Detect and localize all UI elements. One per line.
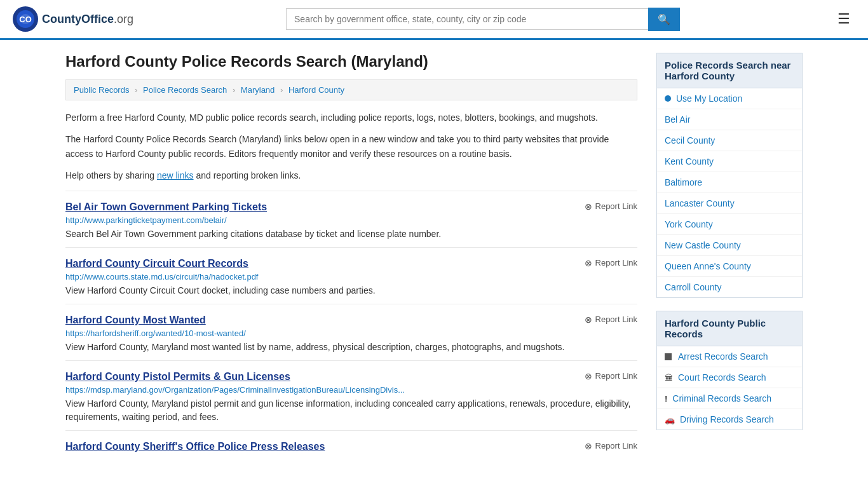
search-area: 🔍 [286,8,680,31]
logo-icon: CO [13,6,38,32]
results-list: Bel Air Town Government Parking Tickets … [65,191,637,459]
use-location-link[interactable]: Use My Location [676,93,742,104]
breadcrumb-maryland[interactable]: Maryland [241,85,275,95]
nearby-list: Use My Location Bel Air Cecil County Ken… [656,88,803,298]
svg-text:CO: CO [19,15,32,24]
sidebar-nearby-york[interactable]: York County [657,214,802,235]
result-desc-2: View Harford County Circuit Court docket… [65,284,637,297]
public-records-list: Arrest Records Search 🏛 Court Records Se… [656,346,803,430]
hamburger-icon: ☰ [837,11,850,27]
sidebar-nearby-bel-air[interactable]: Bel Air [657,109,802,130]
sidebar-nearby-lancaster[interactable]: Lancaster County [657,193,802,214]
sidebar-nearby-baltimore[interactable]: Baltimore [657,172,802,193]
result-item: Harford County Most Wanted ⊗ Report Link… [65,304,637,360]
result-item: Bel Air Town Government Parking Tickets … [65,191,637,247]
result-desc-3: View Harford County, Maryland most wante… [65,341,637,354]
sidebar-nearby-new-castle[interactable]: New Castle County [657,235,802,256]
search-button[interactable]: 🔍 [648,8,680,31]
report-icon-4: ⊗ [585,371,592,381]
menu-button[interactable]: ☰ [832,8,855,30]
desc-3-post: and reporting broken links. [194,170,301,180]
desc-3-pre: Help others by sharing [65,170,157,180]
result-title-3[interactable]: Harford County Most Wanted [65,315,206,326]
breadcrumb-public-records[interactable]: Public Records [74,85,129,95]
main-container: Harford County Police Records Search (Ma… [53,40,815,471]
breadcrumb: Public Records › Police Records Search ›… [65,79,637,100]
sidebar-nearby-queen-annes[interactable]: Queen Anne's County [657,256,802,277]
report-label-1: Report Link [595,201,637,211]
report-link-1[interactable]: ⊗ Report Link [585,201,637,212]
page-title: Harford County Police Records Search (Ma… [65,53,637,71]
report-label-4: Report Link [595,371,637,381]
report-icon-1: ⊗ [585,201,592,212]
desc-paragraph-2: The Harford County Police Records Search… [65,132,637,161]
new-links-link[interactable]: new links [157,170,194,180]
breadcrumb-sep1: › [135,85,137,95]
result-item: Harford County Pistol Permits & Gun Lice… [65,360,637,430]
exclamation-icon: ! [665,394,667,403]
desc-paragraph-1: Perform a free Harford County, MD public… [65,111,637,125]
breadcrumb-police-records[interactable]: Police Records Search [143,85,227,95]
report-link-2[interactable]: ⊗ Report Link [585,258,637,268]
result-desc-1: Search Bel Air Town Government parking c… [65,227,637,241]
search-input[interactable] [286,8,648,30]
result-title-2[interactable]: Harford County Circuit Court Records [65,258,248,269]
report-label-5: Report Link [595,441,637,451]
sidebar-driving-records[interactable]: 🚗 Driving Records Search [657,409,802,430]
result-item: Harford County Sheriff's Office Police P… [65,430,637,459]
breadcrumb-sep2: › [233,85,235,95]
building-icon: 🏛 [665,373,673,383]
result-desc-4: View Harford County, Maryland pistol per… [65,397,637,424]
result-url-2: http://www.courts.state.md.us/circuit/ha… [65,272,637,281]
report-label-3: Report Link [595,315,637,324]
sidebar-nearby-cecil[interactable]: Cecil County [657,130,802,151]
report-icon-5: ⊗ [585,441,592,451]
car-icon: 🚗 [665,415,675,424]
use-location-item[interactable]: Use My Location [657,88,802,109]
report-link-3[interactable]: ⊗ Report Link [585,315,637,325]
logo-text: CountyOffice.org [42,13,133,26]
search-icon: 🔍 [658,14,670,25]
report-icon-2: ⊗ [585,258,592,268]
report-link-4[interactable]: ⊗ Report Link [585,371,637,381]
result-title-4[interactable]: Harford County Pistol Permits & Gun Lice… [65,371,290,383]
logo-area: CO CountyOffice.org [13,6,133,32]
breadcrumb-sep3: › [280,85,283,95]
breadcrumb-harford[interactable]: Harford County [288,85,344,95]
sidebar-nearby-carroll[interactable]: Carroll County [657,277,802,297]
result-title-1[interactable]: Bel Air Town Government Parking Tickets [65,201,267,213]
sidebar: Police Records Search near Harford Count… [656,53,803,459]
result-url-3: https://harfordsheriff.org/wanted/10-mos… [65,329,637,338]
report-icon-3: ⊗ [585,315,592,325]
report-label-2: Report Link [595,258,637,268]
nearby-section: Police Records Search near Harford Count… [656,53,803,298]
result-url-4: https://mdsp.maryland.gov/Organization/P… [65,385,637,395]
public-records-title: Harford County Public Records [656,311,803,346]
sidebar-nearby-kent[interactable]: Kent County [657,151,802,172]
report-link-5[interactable]: ⊗ Report Link [585,441,637,451]
result-url-1: http://www.parkingticketpayment.com/bela… [65,215,637,225]
sidebar-criminal-records[interactable]: ! Criminal Records Search [657,388,802,409]
desc-paragraph-3: Help others by sharing new links and rep… [65,168,637,182]
result-item: Harford County Circuit Court Records ⊗ R… [65,247,637,304]
location-dot-icon [665,95,671,102]
result-title-5[interactable]: Harford County Sheriff's Office Police P… [65,441,325,452]
header: CO CountyOffice.org 🔍 ☰ [0,0,868,40]
sidebar-arrest-records[interactable]: Arrest Records Search [657,346,802,367]
sidebar-court-records[interactable]: 🏛 Court Records Search [657,367,802,388]
public-records-section: Harford County Public Records Arrest Rec… [656,311,803,430]
nearby-title: Police Records Search near Harford Count… [656,53,803,88]
square-icon [665,353,672,360]
content-area: Harford County Police Records Search (Ma… [65,53,637,459]
